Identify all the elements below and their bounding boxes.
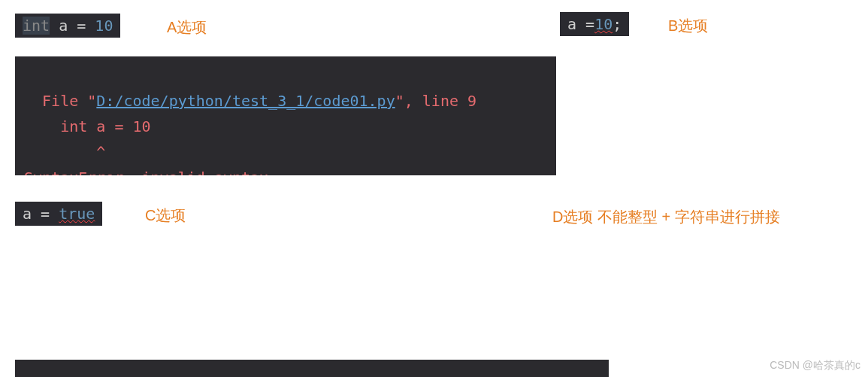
number-literal: 10 bbox=[95, 17, 113, 35]
option-c-label: C选项 bbox=[145, 205, 186, 226]
option-b-label: B选项 bbox=[668, 16, 708, 36]
value-true: true bbox=[59, 205, 95, 223]
option-a-row: int a = 10 A选项 bbox=[15, 14, 207, 38]
error-output-a: File "D:/code/python/test_3_1/code01.py"… bbox=[15, 56, 556, 175]
variable-a: a bbox=[23, 205, 32, 223]
option-a-code: int a = 10 bbox=[15, 14, 120, 38]
error-output-c: Traceback (most recent call last): File … bbox=[15, 360, 609, 377]
variable-a: a bbox=[59, 17, 68, 35]
option-c-row: a = true C选项 bbox=[15, 202, 186, 226]
variable-a: a bbox=[567, 15, 576, 33]
option-b-row: a =10; B选项 bbox=[560, 12, 708, 36]
option-c-code: a = true bbox=[15, 202, 102, 226]
number-literal: 10 bbox=[594, 15, 612, 33]
option-a-label: A选项 bbox=[167, 17, 207, 38]
option-d-row: D选项 不能整型 + 字符串进行拼接 bbox=[552, 207, 780, 227]
keyword-int: int bbox=[23, 17, 50, 35]
file-path-link[interactable]: D:/code/python/test_3_1/code01.py bbox=[96, 92, 395, 110]
option-d-label: D选项 不能整型 + 字符串进行拼接 bbox=[552, 207, 780, 227]
option-b-code: a =10; bbox=[560, 12, 629, 36]
watermark: CSDN @哈茶真的c bbox=[770, 359, 860, 372]
semicolon: ; bbox=[612, 15, 622, 33]
